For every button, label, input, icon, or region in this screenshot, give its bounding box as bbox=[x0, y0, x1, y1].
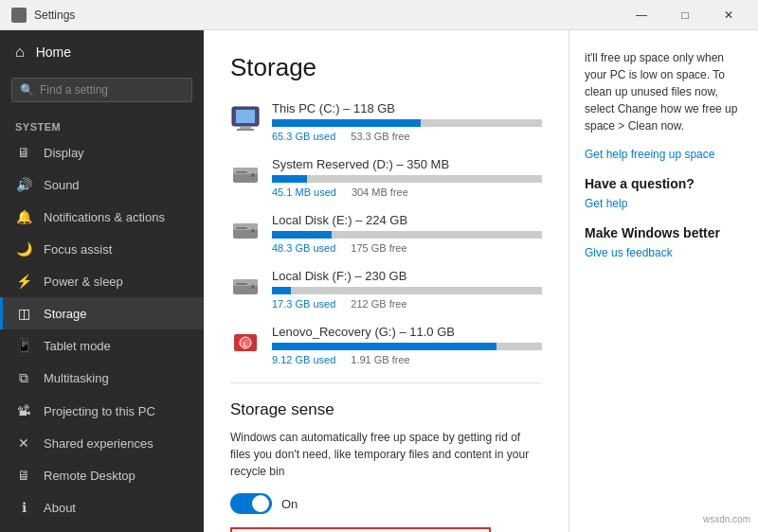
drive-name-3: Local Disk (F:) – 230 GB bbox=[272, 269, 542, 283]
sidebar-item-projecting-label: Projecting to this PC bbox=[44, 404, 155, 418]
svg-rect-15 bbox=[236, 283, 247, 285]
drive-item-2[interactable]: Local Disk (E:) – 224 GB 48.3 GB used 17… bbox=[230, 213, 542, 254]
drive-used-4: 9.12 GB used bbox=[272, 354, 335, 365]
drive-bar-bg-0 bbox=[272, 119, 542, 127]
search-input[interactable] bbox=[40, 83, 184, 97]
toggle-on-label: On bbox=[281, 497, 298, 511]
drive-stats-4: 9.12 GB used 1.91 GB free bbox=[272, 354, 542, 365]
svg-point-14 bbox=[251, 285, 255, 289]
drive-used-3: 17.3 GB used bbox=[272, 298, 335, 310]
get-help-link[interactable]: Get help bbox=[585, 197, 743, 210]
sidebar-item-about[interactable]: ℹ About bbox=[0, 491, 204, 523]
drive-name-1: System Reserved (D:) – 350 MB bbox=[272, 157, 542, 171]
get-help-freeing-link[interactable]: Get help freeing up space bbox=[585, 148, 743, 161]
sound-icon: 🔊 bbox=[15, 177, 32, 192]
sidebar: ⌂ Home 🔍 System 🖥 Display 🔊 Sound 🔔 Noti… bbox=[0, 30, 204, 532]
drive-name-2: Local Disk (E:) – 224 GB bbox=[272, 213, 542, 227]
drive-free-2: 175 GB free bbox=[351, 242, 406, 254]
shared-icon: ✕ bbox=[15, 435, 32, 451]
title-bar-text: Settings bbox=[34, 9, 75, 22]
drive-info-0: This PC (C:) – 118 GB 65.3 GB used 53.3 … bbox=[272, 101, 542, 142]
drive-item-0[interactable]: This PC (C:) – 118 GB 65.3 GB used 53.3 … bbox=[230, 101, 542, 142]
title-bar-controls: — □ ✕ bbox=[620, 0, 750, 30]
storage-icon: ◫ bbox=[15, 306, 32, 321]
title-bar: Settings — □ ✕ bbox=[0, 0, 758, 30]
sidebar-item-multitasking[interactable]: ⧉ Multitasking bbox=[0, 362, 204, 395]
sidebar-item-focus-label: Focus assist bbox=[44, 242, 112, 257]
close-button[interactable]: ✕ bbox=[707, 0, 750, 30]
sidebar-item-power-label: Power & sleep bbox=[44, 275, 123, 289]
sidebar-item-remote-label: Remote Desktop bbox=[44, 469, 135, 483]
storage-sense-title: Storage sense bbox=[230, 400, 542, 419]
sidebar-item-focus[interactable]: 🌙 Focus assist bbox=[0, 233, 204, 265]
search-icon: 🔍 bbox=[20, 83, 34, 97]
drive-bar-fill-2 bbox=[272, 231, 332, 239]
drive-bar-bg-3 bbox=[272, 287, 542, 294]
svg-rect-3 bbox=[237, 129, 254, 131]
remote-icon: 🖥 bbox=[15, 468, 32, 483]
sidebar-item-display-label: Display bbox=[44, 146, 84, 160]
about-icon: ℹ bbox=[15, 500, 32, 515]
page-title: Storage bbox=[230, 53, 542, 82]
power-icon: ⚡ bbox=[15, 274, 32, 289]
sidebar-item-remote[interactable]: 🖥 Remote Desktop bbox=[0, 459, 204, 491]
drive-bar-bg-1 bbox=[272, 175, 542, 183]
sidebar-item-about-label: About bbox=[44, 501, 76, 515]
svg-point-6 bbox=[251, 173, 255, 177]
sidebar-item-power[interactable]: ⚡ Power & sleep bbox=[0, 265, 204, 297]
notifications-icon: 🔔 bbox=[15, 209, 32, 224]
home-icon: ⌂ bbox=[15, 44, 25, 61]
change-space-link[interactable]: Change how we free up space automaticall… bbox=[230, 527, 491, 532]
drive-used-2: 48.3 GB used bbox=[272, 242, 335, 254]
sidebar-item-notifications[interactable]: 🔔 Notifications & actions bbox=[0, 201, 204, 233]
section-divider-1 bbox=[230, 382, 542, 383]
drive-item-1[interactable]: System Reserved (D:) – 350 MB 45.1 MB us… bbox=[230, 157, 542, 198]
minimize-button[interactable]: — bbox=[620, 0, 663, 30]
drive-stats-2: 48.3 GB used 175 GB free bbox=[272, 242, 542, 254]
sidebar-item-storage[interactable]: ◫ Storage bbox=[0, 297, 204, 329]
focus-icon: 🌙 bbox=[15, 241, 32, 257]
sidebar-section-label: System bbox=[0, 114, 204, 136]
drive-info-2: Local Disk (E:) – 224 GB 48.3 GB used 17… bbox=[272, 213, 542, 254]
drive-info-4: Lenovo_Recovery (G:) – 11.0 GB 9.12 GB u… bbox=[272, 325, 542, 365]
drive-info-3: Local Disk (F:) – 230 GB 17.3 GB used 21… bbox=[272, 269, 542, 310]
drive-name-4: Lenovo_Recovery (G:) – 11.0 GB bbox=[272, 325, 542, 339]
give-feedback-link[interactable]: Give us feedback bbox=[585, 246, 743, 259]
right-note: it'll free up space only when your PC is… bbox=[585, 49, 743, 134]
drive-item-3[interactable]: Local Disk (F:) – 230 GB 17.3 GB used 21… bbox=[230, 269, 542, 310]
sidebar-item-tablet[interactable]: 📱 Tablet mode bbox=[0, 329, 204, 362]
home-label: Home bbox=[36, 44, 71, 60]
drive-stats-0: 65.3 GB used 53.3 GB free bbox=[272, 131, 542, 142]
drive-bar-fill-1 bbox=[272, 175, 307, 183]
maximize-button[interactable]: □ bbox=[663, 0, 707, 30]
sidebar-item-display[interactable]: 🖥 Display bbox=[0, 136, 204, 168]
drive-stats-1: 45.1 MB used 304 MB free bbox=[272, 186, 542, 198]
drive-bar-bg-2 bbox=[272, 231, 542, 239]
sidebar-item-shared[interactable]: ✕ Shared experiences bbox=[0, 427, 204, 459]
sidebar-item-home[interactable]: ⌂ Home bbox=[0, 30, 204, 74]
drive-icon-3 bbox=[230, 271, 261, 301]
sidebar-item-sound[interactable]: 🔊 Sound bbox=[0, 168, 204, 201]
drives-list: This PC (C:) – 118 GB 65.3 GB used 53.3 … bbox=[230, 101, 542, 365]
drive-stats-3: 17.3 GB used 212 GB free bbox=[272, 298, 542, 310]
drive-item-4[interactable]: L Lenovo_Recovery (G:) – 11.0 GB 9.12 GB… bbox=[230, 325, 542, 365]
right-panel: it'll free up space only when your PC is… bbox=[568, 30, 758, 532]
drive-bar-bg-4 bbox=[272, 343, 542, 350]
drive-icon-1 bbox=[230, 159, 261, 189]
projecting-icon: 📽 bbox=[15, 403, 32, 418]
multitasking-icon: ⧉ bbox=[15, 370, 32, 386]
svg-rect-1 bbox=[236, 110, 255, 123]
sidebar-item-notifications-label: Notifications & actions bbox=[44, 210, 165, 224]
content-main: Storage This PC (C:) – 118 GB 65.3 GB us… bbox=[204, 30, 568, 532]
app-body: ⌂ Home 🔍 System 🖥 Display 🔊 Sound 🔔 Noti… bbox=[0, 30, 758, 532]
search-box[interactable]: 🔍 bbox=[11, 78, 192, 102]
drive-bar-fill-4 bbox=[272, 343, 496, 350]
drive-free-3: 212 GB free bbox=[351, 298, 406, 310]
sidebar-item-projecting[interactable]: 📽 Projecting to this PC bbox=[0, 395, 204, 427]
storage-sense-toggle[interactable] bbox=[230, 493, 272, 514]
make-windows-better-heading: Make Windows better bbox=[585, 225, 743, 240]
svg-point-10 bbox=[251, 229, 255, 233]
settings-app-icon bbox=[11, 8, 27, 23]
drive-icon-4: L bbox=[230, 327, 261, 357]
have-question-heading: Have a question? bbox=[585, 176, 743, 191]
